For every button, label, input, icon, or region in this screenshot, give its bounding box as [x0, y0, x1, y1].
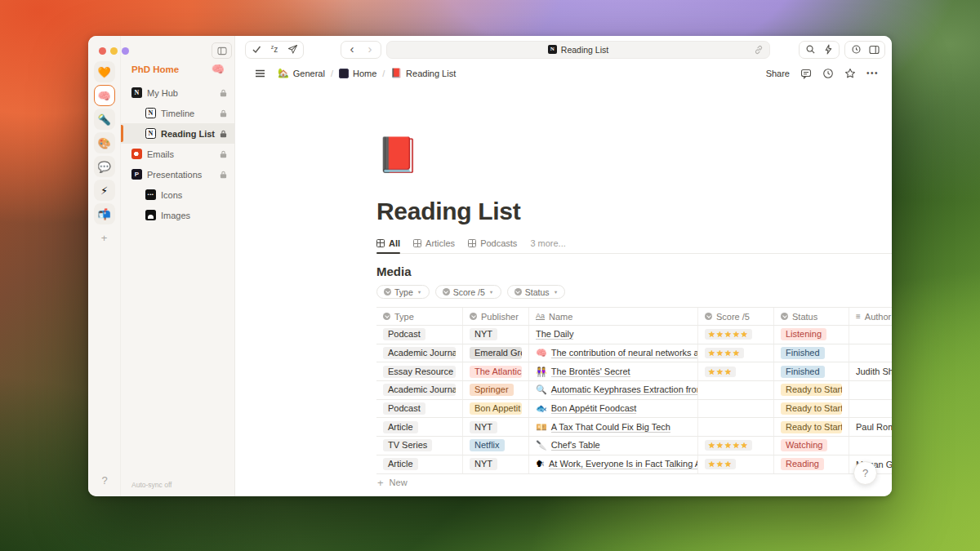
history-button[interactable]: [822, 68, 834, 79]
cell-publisher[interactable]: Netflix: [463, 437, 529, 455]
page-icon[interactable]: 📕: [376, 136, 892, 175]
minimize-button[interactable]: [110, 47, 118, 55]
sidebar-item-my-hub[interactable]: NMy Hub: [121, 82, 234, 103]
page-link[interactable]: Chef's Table: [551, 440, 600, 451]
sidebar-toggle-button[interactable]: [212, 42, 232, 59]
cell-author[interactable]: [849, 381, 892, 399]
zoom-button[interactable]: [122, 47, 129, 55]
share-button[interactable]: Share: [766, 69, 790, 78]
rail-item-chat[interactable]: 💬: [94, 156, 115, 177]
search-button[interactable]: [801, 42, 819, 57]
cell-type[interactable]: Article: [376, 455, 463, 473]
cell-name[interactable]: 🧠The contribution of neural networks and…: [529, 344, 698, 362]
page-title[interactable]: Reading List: [376, 198, 892, 225]
breadcrumb-reading-list[interactable]: 📕 Reading List: [390, 69, 456, 78]
cell-status[interactable]: Listening: [774, 326, 849, 344]
page-link[interactable]: At Work, Everyone Is in Fact Talking Abo…: [549, 459, 698, 469]
filter-chip-score-5[interactable]: Score /5▼: [435, 285, 501, 299]
cell-author[interactable]: Judith Sh: [849, 362, 892, 380]
cell-name[interactable]: 🔍Automatic Keyphrases Extraction from Do…: [529, 381, 698, 399]
cell-type[interactable]: Article: [376, 418, 463, 436]
cell-type[interactable]: Academic Journal: [376, 344, 463, 362]
tab-articles[interactable]: Articles: [413, 233, 455, 253]
column-header-status[interactable]: Status: [774, 308, 849, 325]
address-bar[interactable]: N Reading List: [386, 41, 770, 59]
page-link[interactable]: The Brontës' Secret: [551, 367, 630, 377]
filter-chip-type[interactable]: Type▼: [376, 285, 430, 299]
cell-status[interactable]: Ready to Start: [774, 381, 849, 399]
rail-item-heart[interactable]: 🧡: [94, 61, 115, 82]
cell-publisher[interactable]: Bon Appetit: [463, 400, 529, 418]
forward-button[interactable]: ›: [361, 42, 379, 57]
rail-item-lightning[interactable]: ⚡: [94, 180, 115, 201]
cell-status[interactable]: Reading: [774, 455, 849, 473]
cell-publisher[interactable]: The Atlantic: [463, 362, 529, 380]
back-button[interactable]: ‹: [343, 42, 361, 57]
cell-type[interactable]: Essay Resource: [376, 362, 463, 380]
checkmark-button[interactable]: [247, 42, 265, 57]
rail-item-brain[interactable]: 🧠: [94, 85, 115, 106]
new-row-button[interactable]: + New: [376, 474, 892, 491]
cell-type[interactable]: Podcast: [376, 326, 463, 344]
cell-status[interactable]: Watching: [774, 437, 849, 455]
cell-type[interactable]: Podcast: [376, 400, 463, 418]
cell-name[interactable]: 🔪Chef's Table: [529, 437, 698, 455]
page-link[interactable]: The Daily: [536, 329, 573, 340]
cell-publisher[interactable]: NYT: [463, 326, 529, 344]
cell-score[interactable]: ★★★★: [698, 344, 774, 362]
page-link[interactable]: Bon Appétit Foodcast: [551, 403, 637, 414]
column-header-type[interactable]: Type: [376, 308, 463, 325]
cell-status[interactable]: Ready to Start: [774, 418, 849, 436]
page-link[interactable]: Automatic Keyphrases Extraction from Doc…: [551, 384, 698, 395]
sidebar-item-emails[interactable]: Emails: [121, 144, 234, 164]
rail-item-flashlight[interactable]: 🔦: [94, 109, 115, 130]
link-icon[interactable]: [754, 45, 764, 55]
rail-help-button[interactable]: ?: [88, 474, 121, 487]
cell-status[interactable]: Finished: [774, 362, 849, 380]
cell-status[interactable]: Finished: [774, 344, 849, 362]
more-options-button[interactable]: •••: [866, 69, 879, 78]
cell-type[interactable]: TV Series: [376, 437, 463, 455]
breadcrumb-general[interactable]: 🏡 General: [278, 69, 325, 78]
page-link[interactable]: The contribution of neural networks and …: [551, 348, 698, 358]
side-panel-button[interactable]: [865, 42, 883, 57]
cell-type[interactable]: Academic Journal: [376, 381, 463, 399]
rail-item-add[interactable]: +: [94, 227, 115, 248]
cell-status[interactable]: Ready to Start: [774, 400, 849, 418]
sidebar-item-presentations[interactable]: PPresentations: [121, 164, 234, 184]
rail-item-palette[interactable]: 🎨: [94, 132, 115, 153]
hamburger-menu-button[interactable]: [255, 69, 265, 78]
comments-button[interactable]: [800, 68, 812, 79]
cell-score[interactable]: ★★★: [698, 455, 774, 473]
filter-chip-status[interactable]: Status▼: [507, 285, 566, 299]
column-header-name[interactable]: AaName: [529, 308, 698, 325]
tab-podcasts[interactable]: Podcasts: [468, 233, 517, 253]
cell-author[interactable]: [849, 326, 892, 344]
sidebar-item-timeline[interactable]: NTimeline: [121, 103, 234, 123]
sidebar-item-icons[interactable]: •••Icons: [121, 184, 234, 205]
cell-score[interactable]: [698, 400, 774, 418]
quick-actions-button[interactable]: [819, 42, 837, 57]
cell-name[interactable]: The Daily: [529, 326, 698, 344]
cell-score[interactable]: ★★★★★: [698, 326, 774, 344]
cell-name[interactable]: 🐟Bon Appétit Foodcast: [529, 400, 698, 418]
send-button[interactable]: [283, 42, 301, 57]
cell-score[interactable]: [698, 418, 774, 436]
updates-button[interactable]: [847, 42, 865, 57]
cell-author[interactable]: [849, 344, 892, 362]
help-button[interactable]: ?: [853, 461, 877, 485]
column-header-author[interactable]: ≡Author: [849, 308, 892, 325]
sidebar-item-images[interactable]: Images: [121, 205, 234, 225]
close-button[interactable]: [99, 47, 106, 55]
cell-score[interactable]: [698, 381, 774, 399]
cell-publisher[interactable]: Emerald Group: [463, 344, 529, 362]
page-link[interactable]: A Tax That Could Fix Big Tech: [551, 422, 670, 433]
cell-author[interactable]: Paul Rom: [849, 418, 892, 436]
cell-name[interactable]: 🗣At Work, Everyone Is in Fact Talking Ab…: [529, 455, 698, 473]
tab-all[interactable]: All: [376, 233, 400, 253]
cell-name[interactable]: 👭The Brontës' Secret: [529, 362, 698, 380]
cell-author[interactable]: [849, 400, 892, 418]
sidebar-item-reading-list[interactable]: NReading List: [121, 123, 234, 144]
cell-score[interactable]: ★★★: [698, 362, 774, 380]
cell-score[interactable]: ★★★★★: [698, 437, 774, 455]
